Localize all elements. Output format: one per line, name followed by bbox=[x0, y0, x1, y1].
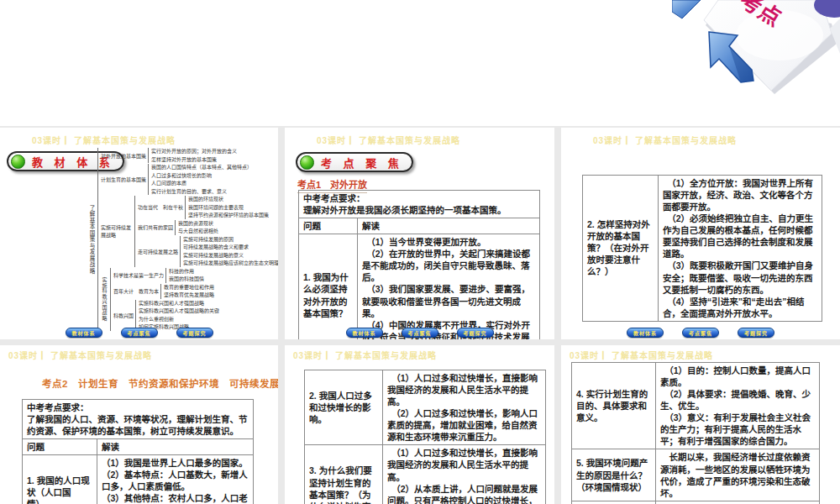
tree-branch: 实施科教兴国战略 科学技术是第一生产力 科技的作用 我国的科技国情 百年大计 教… bbox=[101, 268, 278, 331]
nav-button-tanjiu[interactable]: 考题探究 bbox=[738, 328, 774, 338]
tree-leaf: 与大自然和谐相处 bbox=[178, 228, 218, 235]
kaodian-table: 中考考点要求： 理解对外开放是我国必须长期坚持的一项基本国策。 问题 解读 1.… bbox=[298, 190, 540, 339]
answer-cell: 污染物排放总量还相当大，远远高于环境自净能力；工业污染治理任务仍相当繁重，有些经… bbox=[656, 501, 820, 504]
tree-leaf: 坚持教育优先发展战略 bbox=[164, 291, 214, 299]
slide-header: 03课时┃ 了解基本国策与发展战略 bbox=[570, 349, 713, 361]
tree-root: 了解基本国策与发展战略 bbox=[87, 205, 96, 275]
slide-header: 03课时┃ 了解基本国策与发展战略 bbox=[593, 134, 737, 146]
question-cell: 1. 我国为什么必须坚持对外开放的基本国策？ bbox=[299, 234, 358, 339]
question-cell: 2. 怎样坚持对外开放的基本国策？（在对外开放时要注意什么？） bbox=[583, 176, 659, 322]
kaodian-2-title: 考点2 计划生育 节约资源和保护环境 可持续发展 bbox=[42, 376, 278, 390]
slide-panel-6: 03课时┃ 了解基本国策与发展战略 4. 实行计划生育的目的、具体要求和意义。 … bbox=[561, 345, 840, 504]
column-header-answer: 解读 bbox=[358, 218, 540, 234]
nav-button-kaodian[interactable]: 考点聚焦 bbox=[682, 328, 719, 338]
kaodian-table: 2. 怎样坚持对外开放的基本国策？（在对外开放时要注意什么？） （1）全方位开放… bbox=[582, 175, 822, 322]
slide-header: 03课时┃ 了解基本国策与发展战略 bbox=[8, 349, 152, 361]
kaodian-table: 2. 我国人口过多和过快增长的影响。 （1）人口过多和过快增长，直接影响我国经济… bbox=[304, 370, 546, 504]
green-sphere-icon bbox=[11, 155, 25, 169]
nav-button-row: 教材体系 考点聚焦 考题探究 bbox=[0, 328, 278, 338]
tree-leaf: 实施科教兴国和人才强国战略 bbox=[139, 300, 219, 307]
nav-button-kaodian[interactable]: 考点聚焦 bbox=[402, 328, 438, 338]
tree-subbranch: 科教兴国 实施科教兴国和人才强国战略 实施科教兴国和人才强国战略的关键 为什么重… bbox=[113, 300, 219, 331]
tree-leaf: 怎样坚持对外开放的基本国策 bbox=[151, 156, 237, 164]
slide-header: 03课时┃ 了解基本国策与发展战略 bbox=[293, 349, 437, 361]
requirement-cell: 中考考点要求： 了解我国的人口、资源、环境等状况，理解计划生育、节约资源、保护环… bbox=[23, 400, 254, 439]
question-cell: 4. 实行计划生育的目的、具体要求和意义。 bbox=[572, 363, 656, 449]
slide-header: 03课时┃ 了解基本国策与发展战略 bbox=[32, 134, 176, 146]
column-header-answer: 解读 bbox=[97, 439, 254, 455]
textbook-system-tree: 了解基本国策与发展战略 对外开放的基本国策 实行对外开放的原因；对外开放的含义 … bbox=[87, 153, 277, 326]
answer-cell: （1）人口过多和过快增长，直接影响我国经济的发展和人民生活水平的提高。 （2）人… bbox=[383, 370, 546, 445]
answer-cell: （1）目的：控制人口数量，提高人口素质。 （2）具体要求：提倡晚婚、晚育、少生、… bbox=[656, 363, 820, 449]
table-row: 1. 我国的人口现状（人口国情）。 （1）我国是世界上人口最多的国家。 （2）基… bbox=[23, 455, 254, 504]
table-row: 2. 我国人口过多和过快增长的影响。 （1）人口过多和过快增长，直接影响我国经济… bbox=[305, 370, 546, 445]
nav-button-tanjiu[interactable]: 考题探究 bbox=[457, 328, 494, 338]
slide-panel-3: 03课时┃ 了解基本国策与发展战略 2. 怎样坚持对外开放的基本国策？（在对外开… bbox=[561, 128, 840, 339]
tree-leaf: 实施科教兴国和人才强国战略的关键 bbox=[139, 307, 219, 315]
section-badge-kaodian: 考 点 聚 焦 bbox=[296, 152, 413, 172]
question-cell: 6. 我国的环境问题主要表现在哪些方 bbox=[572, 501, 656, 504]
nav-button-tanjiu[interactable]: 考题探究 bbox=[176, 328, 213, 338]
table-row: 6. 我国的环境问题主要表现在哪些方 污染物排放总量还相当大，远远高于环境自净能… bbox=[572, 501, 820, 504]
requirement-cell: 中考考点要求： 理解对外开放是我国必须长期坚持的一项基本国策。 bbox=[299, 191, 540, 218]
tree-leaf: 人口问题的本质 bbox=[151, 180, 252, 187]
tree-branch: 对外开放的基本国策 实行对外开放的原因；对外开放的含义 怎样坚持对外开放的基本国… bbox=[101, 148, 278, 163]
slide-grid: 03课时┃ 了解基本国策与发展战略 教 材 体 系 了解基本国策与发展战略 对外… bbox=[0, 126, 840, 504]
tree-leaf: 实施可持续发展战略的意义 bbox=[183, 252, 278, 260]
tree-leaf: 我国环境问题的主要表现 bbox=[188, 204, 269, 212]
nav-button-jiaocai[interactable]: 教材体系 bbox=[346, 328, 383, 338]
kaodian-table: 中考考点要求： 了解我国的人口、资源、环境等状况，理解计划生育、节约资源、保护环… bbox=[22, 399, 254, 504]
nav-button-kaodian[interactable]: 考点聚焦 bbox=[121, 328, 158, 338]
table-row: 2. 怎样坚持对外开放的基本国策？（在对外开放时要注意什么？） （1）全方位开放… bbox=[583, 176, 822, 322]
tree-branch: 计划生育的基本国策 我国的人口国情特点（基本特点、其他特点） 人口过多和过快增长… bbox=[101, 164, 278, 195]
table-row: 5. 我国环境问题产生的原因是什么？（环境国情现状） 长期以来，我国经济增长过度… bbox=[572, 449, 820, 501]
slide-panel-5: 03课时┃ 了解基本国策与发展战略 2. 我国人口过多和过快增长的影响。 （1）… bbox=[285, 345, 554, 504]
tree-leaf: 实行对外开放的原因；对外开放的含义 bbox=[151, 148, 237, 155]
tree-leaf: 人口过多和过快增长的影响 bbox=[151, 172, 252, 180]
tree-subbranch: 百年大计 教育为本 教育的重要地位和作用 坚持教育优先发展战略 bbox=[113, 284, 219, 299]
slide-panel-4: 03课时┃ 了解基本国策与发展战略 考点2 计划生育 节约资源和保护环境 可持续… bbox=[0, 345, 278, 504]
question-cell: 3. 为什么我们要坚持计划生育的基本国策？（为什么说计划生育关乎国计民生？） bbox=[305, 445, 383, 504]
tree-leaf: 实行计划生育的目的、要求、意义 bbox=[151, 188, 252, 196]
tree-subbranch: 科学技术是第一生产力 科技的作用 我国的科技国情 bbox=[113, 268, 219, 283]
tree-subbranch: 功在当代 利在千秋 我国的环境现状 我国环境问题的主要表现 坚持节约资源和保护环… bbox=[138, 196, 278, 219]
tree-leaf: 实施可持续发展战略应该树立的生态文明理念 bbox=[183, 260, 278, 267]
table-row: 1. 我国为什么必须坚持对外开放的基本国策？ （1）当今世界变得更加开放。 （2… bbox=[299, 234, 540, 339]
tree-subbranch: 我们共有的家园 我国的资源现状 与大自然和谐相处 bbox=[138, 220, 278, 235]
nav-button-row: 教材体系 考点聚焦 考题探究 bbox=[561, 328, 840, 338]
slide-header: 03课时┃ 了解基本国策与发展战略 bbox=[317, 134, 460, 146]
answer-cell: 长期以来，我国经济增长过度依赖资源消耗，一些地区的发展以牺牲环境为代价，造成了严… bbox=[656, 449, 820, 501]
table-row: 3. 为什么我们要坚持计划生育的基本国策？（为什么说计划生育关乎国计民生？） （… bbox=[305, 445, 546, 504]
nav-button-jiaocai[interactable]: 教材体系 bbox=[66, 328, 102, 338]
tree-leaf: 可持续发展战略的含义和要求 bbox=[183, 244, 278, 251]
tree-leaf: 教育的重要地位和作用 bbox=[164, 284, 214, 291]
tree-branch: 实施可持续发展战略 功在当代 利在千秋 我国的环境现状 我国环境问题的主要表现 … bbox=[101, 196, 278, 267]
answer-cell: （1）全方位开放：我国对世界上所有国家开放，经济、政治、文化等各个方面都要开放。… bbox=[659, 176, 822, 322]
green-sphere-icon bbox=[300, 155, 314, 170]
tree-leaf: 我国的资源现状 bbox=[178, 220, 218, 228]
slide-panel-1: 03课时┃ 了解基本国策与发展战略 教 材 体 系 了解基本国策与发展战略 对外… bbox=[0, 128, 278, 339]
tree-leaf: 为什么重视创新 bbox=[139, 316, 219, 323]
question-cell: 5. 我国环境问题产生的原因是什么？（环境国情现状） bbox=[572, 449, 656, 501]
tree-leaf: 我国的环境现状 bbox=[188, 196, 269, 203]
tree-leaf: 坚持节约资源和保护环境的基本国策 bbox=[188, 212, 269, 219]
answer-cell: （1）人口过多和过快增长，直接影响我国经济的发展和人民生活水平的提高。 （2）从… bbox=[383, 445, 546, 504]
question-cell: 2. 我国人口过多和过快增长的影响。 bbox=[305, 370, 383, 445]
slide-panel-2: 03课时┃ 了解基本国策与发展战略 考 点 聚 焦 考点1 对外开放 中考考点要… bbox=[285, 128, 554, 339]
nav-button-jiaocai[interactable]: 教材体系 bbox=[627, 328, 664, 338]
tree-leaf: 我国的科技国情 bbox=[169, 276, 204, 283]
kaodian-table: 4. 实行计划生育的目的、具体要求和意义。 （1）目的：控制人口数量，提高人口素… bbox=[571, 362, 820, 504]
tree-subbranch: 走可持续发展之路 实施可持续发展的原因 可持续发展战略的含义和要求 实施可持续发… bbox=[138, 236, 278, 267]
table-row: 4. 实行计划生育的目的、具体要求和意义。 （1）目的：控制人口数量，提高人口素… bbox=[572, 363, 820, 449]
answer-cell: （1）当今世界变得更加开放。 （2）在开放的世界中，关起门来搞建设都是不能成功的… bbox=[358, 234, 540, 339]
column-header-question: 问题 bbox=[23, 439, 97, 455]
deco-corner-graphic: 考点 bbox=[672, 0, 840, 97]
tree-leaf: 实施可持续发展的原因 bbox=[183, 236, 278, 244]
answer-cell: （1）我国是世界上人口最多的国家。 （2）基本特点：人口基数大，新增人口多，人口… bbox=[97, 455, 254, 504]
nav-button-row: 教材体系 考点聚焦 考题探究 bbox=[285, 328, 554, 338]
tree-leaf: 我国的人口国情特点（基本特点、其他特点） bbox=[151, 164, 252, 171]
question-cell: 1. 我国的人口现状（人口国情）。 bbox=[23, 455, 97, 504]
deco-arrow-fragment bbox=[672, 0, 701, 18]
tree-leaf: 科技的作用 bbox=[169, 268, 204, 276]
column-header-question: 问题 bbox=[299, 218, 358, 234]
